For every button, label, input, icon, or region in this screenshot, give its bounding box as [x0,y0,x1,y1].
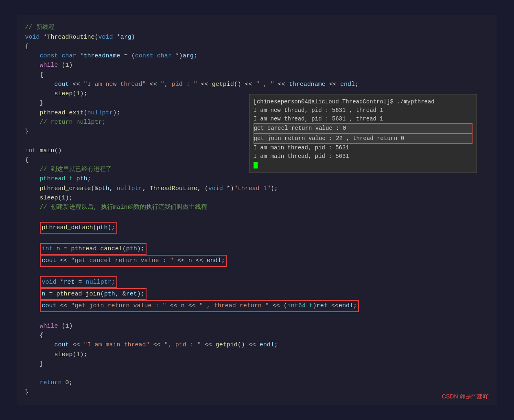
code-line-cout-join: cout << "get join return value : " << n … [25,300,489,312]
keyword-nullptr1: nullptr [87,109,113,116]
keyword-nullptr2: nullptr [117,185,142,192]
comment-text: // 新线程 [25,24,55,31]
box-void-ret: void *ret = nullptr; [40,276,117,288]
box-cout-join: cout << "get join return value : " << n … [40,300,359,312]
keyword-char: char [62,52,77,59]
keyword-int2: int [42,245,53,252]
keyword-return: return [40,379,62,386]
code-line-func-sig: void *ThreadRoutine(void *arg) [25,33,489,42]
var-endl3: endl [339,302,353,309]
code-line-void-ret: void *ret = nullptr; [25,276,489,288]
func-pthread-join: pthread_join [57,291,101,298]
box-cout-cancel: cout << "get cancel return value : " << … [40,255,227,267]
code-line-while1: while (1) [25,61,489,70]
code-area: [chineseperson04@alicloud ThreadControl]… [25,23,489,397]
string-get-join: "get join return value : " [71,302,166,309]
terminal-line-1: [chineseperson04@alicloud ThreadControl]… [254,98,472,106]
var-pth2: pth [98,185,109,192]
code-line-int-n: int n = pthread_cancel(pth); [25,243,489,255]
func-pthread-detach: pthread_detach [42,224,93,231]
keyword-void2: void [98,34,113,41]
keyword-while1: while [40,62,58,69]
var-n3: n [42,291,46,298]
keyword-char2: char [157,52,172,59]
func-main: main [40,147,55,154]
terminal-line-4: I am main thread, pid : 5631 [254,144,472,152]
code-line-blank4 [25,267,489,276]
code-line-blank3 [25,234,489,243]
keyword-nullptr3: nullptr [86,279,112,286]
func-sleep1: sleep [55,90,73,97]
code-line-blank6 [25,369,489,378]
func-getpid1: getpid [212,81,234,88]
func-pthread-exit: pthread_exit [40,109,84,116]
var-threadname2: threadname [289,81,326,88]
string-thread1: "thread 1" [234,185,271,192]
screenshot-wrapper: [chineseperson04@alicloud ThreadControl]… [17,15,497,405]
comment-return: // return nullptr; [40,119,106,126]
func-sleep2: sleep [40,195,58,201]
var-pth1: pth [77,175,87,182]
code-line-comment1: // 新线程 [25,23,489,32]
string-thread-return: " , thread return " [199,302,269,309]
box-n-join: n = pthread_join(pth, &ret); [40,288,147,300]
var-threadname: threadname [84,52,120,59]
code-line-cout1: cout << "I am new thread" << ", pid : " … [25,80,489,89]
var-arg2: arg [183,52,194,59]
var-cout3: cout [42,302,57,309]
code-line-brace8: } [25,388,489,397]
terminal-line-3: I am new thread, pid : 5631 , thread 1 [254,115,472,123]
watermark-prefix: CSDN [442,393,460,400]
keyword-const2: const [135,52,153,59]
var-endl4: endl [260,341,274,348]
terminal-line-2: I am new thread, pid : 5631 , thread 1 [254,106,472,115]
keyword-while2: while [40,323,58,330]
string-get-cancel: "get cancel return value : " [71,257,174,264]
keyword-void3: void [208,185,223,192]
var-n4: n [181,302,185,309]
code-line-comment4: // 创建新进程以后, 执行main函数的执行流我们叫做主线程 [25,203,489,212]
code-line-n-join: n = pthread_join(pth, &ret); [25,288,489,300]
var-cout1: cout [55,81,69,88]
keyword-void4: void [42,279,57,286]
terminal-cursor-line [254,161,472,169]
var-n2: n [188,257,192,264]
string-pid: ", pid : " [161,81,197,88]
code-line-blank5 [25,312,489,322]
comment-mainthread: // 创建新进程以后, 执行main函数的执行流我们叫做主线程 [40,204,207,211]
func-pthread-create: pthread_create [40,185,91,192]
keyword-int-main: int [25,147,36,154]
code-line-cout2: cout << "I am main thread" << ", pid : "… [25,340,489,350]
var-arg: arg [120,34,131,41]
var-n1: n [57,245,60,252]
terminal-highlight-1: get cancel return value : 0 [254,123,472,133]
var-cout2: cout [42,257,57,264]
terminal-highlight-2: get join return value : 22 , thread retu… [254,133,472,144]
var-pth4: pth [126,245,137,252]
code-line-sleep2: sleep(1); [25,193,489,203]
var-pth3: pth [97,224,108,231]
comment-process: // 到这里就已经有进程了 [40,166,112,173]
box-int-n: int n = pthread_cancel(pth); [40,243,147,255]
code-line-blank2 [25,212,489,221]
code-line-cout-cancel: cout << "get cancel return value : " << … [25,255,489,267]
string-iammain: "I am main thread" [84,341,150,348]
var-ret3: ret [317,302,328,309]
cursor [254,162,258,168]
var-endl2: endl [207,257,221,264]
terminal-popup: [chineseperson04@alicloud ThreadControl]… [249,94,477,173]
var-endl1: endl [340,81,355,88]
code-line-brace7: } [25,359,489,369]
code-line-brace1: { [25,42,489,51]
type-int64: int64_t [287,302,313,309]
var-cout4: cout [55,341,69,348]
box-pthread-detach: pthread_detach(pth); [40,222,117,234]
string-space: " , " [256,81,274,88]
terminal-line-5: I am main thread, pid : 5631 [254,152,472,161]
code-line-while2: while (1) [25,322,489,331]
code-line-brace6: { [25,331,489,340]
func-threadroutine: ThreadRoutine [150,185,197,192]
code-line-return0: return 0; [25,378,489,387]
string-pid2: ", pid : " [164,341,201,348]
var-ret1: ret [64,279,75,286]
